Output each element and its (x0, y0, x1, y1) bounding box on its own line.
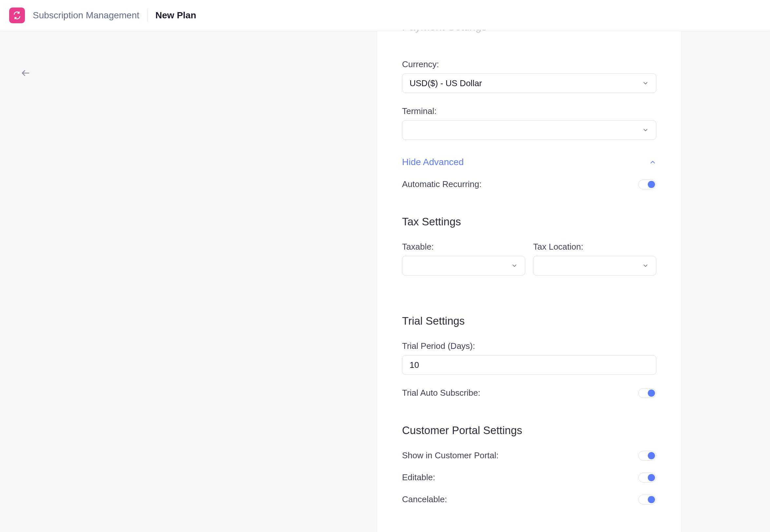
settings-panel: Payment Settings Currency: USD($) - US D… (377, 31, 682, 532)
advanced-toggle[interactable]: Hide Advanced (402, 157, 656, 167)
auto-recurring-toggle[interactable] (638, 180, 656, 189)
auto-recurring-label: Automatic Recurring: (402, 179, 482, 189)
chevron-up-icon (649, 159, 656, 166)
currency-label: Currency: (402, 59, 656, 69)
currency-field: Currency: USD($) - US Dollar (402, 59, 656, 93)
advanced-toggle-label: Hide Advanced (402, 157, 464, 167)
tax-location-select[interactable] (533, 256, 656, 275)
editable-row: Editable: (402, 472, 656, 483)
chevron-down-icon (642, 127, 649, 133)
trial-settings-heading: Trial Settings (402, 315, 656, 327)
cancelable-row: Cancelable: (402, 494, 656, 504)
chevron-down-icon (642, 80, 649, 86)
taxable-select[interactable] (402, 256, 525, 275)
app-icon (9, 8, 25, 23)
arrow-left-icon (21, 68, 30, 78)
editable-label: Editable: (402, 472, 435, 483)
taxable-field: Taxable: (402, 242, 525, 275)
trial-auto-subscribe-toggle[interactable] (638, 388, 656, 398)
editable-toggle[interactable] (638, 473, 656, 483)
breadcrumb-parent-link[interactable]: Subscription Management (33, 8, 147, 23)
auto-recurring-row: Automatic Recurring: (402, 179, 656, 189)
terminal-select[interactable] (402, 120, 656, 140)
cancelable-label: Cancelable: (402, 494, 447, 504)
trial-period-input[interactable] (402, 355, 656, 375)
chevron-down-icon (511, 262, 518, 269)
back-button[interactable] (18, 66, 33, 82)
terminal-label: Terminal: (402, 106, 656, 116)
tax-location-label: Tax Location: (533, 242, 656, 252)
taxable-label: Taxable: (402, 242, 525, 252)
currency-value: USD($) - US Dollar (410, 78, 482, 88)
page-header: Subscription Management New Plan (0, 0, 770, 31)
trial-auto-subscribe-row: Trial Auto Subscribe: (402, 388, 656, 398)
show-in-portal-row: Show in Customer Portal: (402, 450, 656, 461)
breadcrumb: Subscription Management New Plan (33, 8, 196, 23)
breadcrumb-current: New Plan (147, 8, 196, 23)
payment-settings-heading: Payment Settings (402, 30, 656, 36)
show-in-portal-label: Show in Customer Portal: (402, 450, 499, 461)
currency-select[interactable]: USD($) - US Dollar (402, 73, 656, 93)
portal-settings-heading: Customer Portal Settings (402, 424, 656, 437)
chevron-down-icon (642, 262, 649, 269)
tax-location-field: Tax Location: (533, 242, 656, 275)
trial-period-label: Trial Period (Days): (402, 341, 656, 351)
trial-auto-subscribe-label: Trial Auto Subscribe: (402, 388, 480, 398)
cancelable-toggle[interactable] (638, 495, 656, 504)
terminal-field: Terminal: (402, 106, 656, 140)
show-in-portal-toggle[interactable] (638, 451, 656, 461)
trial-period-field: Trial Period (Days): (402, 341, 656, 375)
subscription-icon (13, 11, 21, 20)
tax-settings-heading: Tax Settings (402, 216, 656, 228)
